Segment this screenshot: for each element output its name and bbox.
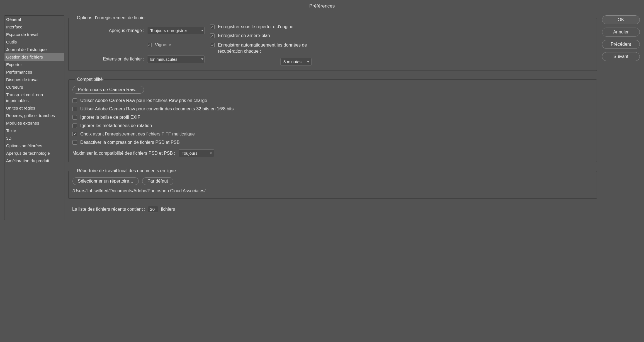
image-previews-select-wrap: Toujours enregistrer: [147, 27, 206, 34]
sidebar-item-product-improvement[interactable]: Amélioration du produit: [4, 157, 64, 164]
camera-raw-prefs-button[interactable]: Préférences de Camera Raw...: [72, 86, 144, 94]
tiff-multilayer-label: Choix avant l'enregistrement des fichier…: [80, 132, 195, 137]
workdir-path: /Users/liabiwilfried/Documents/Adobe/Pho…: [72, 188, 593, 193]
sidebar-item-plugins[interactable]: Modules externes: [4, 119, 64, 127]
disable-psd-compression-checkbox[interactable]: [72, 140, 77, 145]
sidebar-item-scratch-disks[interactable]: Disques de travail: [4, 76, 64, 83]
acr-32bit-checkbox[interactable]: [72, 107, 77, 111]
maximize-compat-label: Maximiser la compatibilité des fichiers …: [72, 151, 175, 156]
thumbnail-label: Vignette: [155, 42, 171, 47]
workdir-fieldset: Répertoire de travail local des document…: [68, 168, 597, 199]
auto-save-interval-wrap: 5 minutes: [280, 58, 312, 66]
preferences-dialog: Préférences Général Interface Espace de …: [0, 0, 644, 342]
sidebar-item-type[interactable]: Texte: [4, 127, 64, 134]
ignore-exif-label: Ignorer la balise de profil EXIF: [80, 115, 140, 120]
main-area: Options d'enregistrement de fichier Aper…: [68, 15, 640, 338]
dialog-title: Préférences: [0, 0, 644, 12]
sidebar-item-interface[interactable]: Interface: [4, 23, 64, 31]
ignore-exif-checkbox[interactable]: [72, 115, 77, 120]
next-button[interactable]: Suivant: [602, 52, 640, 61]
sidebar-item-3d[interactable]: 3D: [4, 134, 64, 142]
sidebar-item-general[interactable]: Général: [4, 16, 64, 23]
compatibility-legend: Compatibilité: [75, 77, 104, 82]
dialog-action-buttons: OK Annuler Précédent Suivant: [602, 15, 640, 338]
sidebar-item-workspace[interactable]: Espace de travail: [4, 31, 64, 38]
save-original-folder-label: Enregistrer sous le répertoire d'origine: [218, 24, 293, 29]
maximize-compat-select[interactable]: Toujours: [179, 149, 214, 157]
acr-32bit-label: Utiliser Adobe Camera Raw pour convertir…: [80, 106, 234, 111]
ok-button[interactable]: OK: [602, 15, 640, 24]
ignore-rotation-checkbox[interactable]: [72, 123, 77, 128]
extension-label: Extension de fichier :: [72, 57, 147, 62]
acr-supported-label: Utiliser Adobe Camera Raw pour les fichi…: [80, 98, 207, 103]
tiff-multilayer-checkbox[interactable]: [72, 132, 77, 136]
recent-files-suffix: fichiers: [161, 207, 175, 212]
ignore-rotation-label: Ignorer les métadonnées de rotation: [80, 123, 152, 128]
recent-files-row: La liste des fichiers récents contient :…: [68, 206, 597, 212]
save-original-folder-checkbox[interactable]: [210, 25, 215, 29]
recent-files-input[interactable]: [148, 206, 158, 212]
sidebar-item-export[interactable]: Exporter: [4, 61, 64, 68]
sidebar-item-tech-previews[interactable]: Aperçus de technologie: [4, 149, 64, 157]
save-options-fieldset: Options d'enregistrement de fichier Aper…: [68, 15, 597, 71]
select-directory-button[interactable]: Sélectionner un répertoire…: [72, 177, 139, 185]
auto-save-interval-select[interactable]: 5 minutes: [280, 58, 312, 66]
thumbnail-checkbox[interactable]: [147, 43, 152, 47]
sidebar-item-performance[interactable]: Performances: [4, 68, 64, 76]
sidebar-item-tools[interactable]: Outils: [4, 38, 64, 46]
save-background-label: Enregistrer en arrière-plan: [218, 33, 270, 38]
sidebar-item-guides-grid[interactable]: Repères, grille et tranches: [4, 112, 64, 119]
compatibility-fieldset: Compatibilité Préférences de Camera Raw.…: [68, 77, 597, 162]
extension-select[interactable]: En minuscules: [147, 55, 205, 63]
image-previews-label: Aperçus d'image :: [72, 28, 147, 33]
category-sidebar: Général Interface Espace de travail Outi…: [4, 15, 64, 220]
sidebar-item-cursors[interactable]: Curseurs: [4, 83, 64, 91]
sidebar-item-units-rulers[interactable]: Unités et règles: [4, 104, 64, 112]
extension-select-wrap: En minuscules: [147, 55, 206, 63]
auto-save-checkbox[interactable]: [210, 43, 215, 47]
cancel-button[interactable]: Annuler: [602, 28, 640, 37]
save-background-checkbox[interactable]: [210, 33, 215, 38]
sidebar-item-file-handling[interactable]: Gestion des fichiers: [4, 53, 64, 61]
content-panel: Options d'enregistrement de fichier Aper…: [68, 15, 597, 338]
recent-files-label: La liste des fichiers récents contient :: [72, 207, 145, 212]
sidebar-item-transparency[interactable]: Transp. et coul. non imprimables: [4, 91, 64, 104]
workdir-legend: Répertoire de travail local des document…: [75, 168, 178, 173]
disable-psd-compression-label: Désactiver la compression de fichiers PS…: [80, 140, 180, 145]
save-options-legend: Options d'enregistrement de fichier: [75, 15, 148, 20]
maximize-compat-select-wrap: Toujours: [179, 149, 214, 157]
acr-supported-checkbox[interactable]: [72, 98, 77, 103]
prev-button[interactable]: Précédent: [602, 40, 640, 49]
dialog-body: Général Interface Espace de travail Outi…: [0, 12, 644, 342]
image-previews-select[interactable]: Toujours enregistrer: [147, 27, 205, 34]
default-directory-button[interactable]: Par défaut: [142, 177, 173, 185]
auto-save-label: Enregistrer automatiquement les données …: [218, 42, 313, 54]
sidebar-item-history-log[interactable]: Journal de l'historique: [4, 46, 64, 53]
sidebar-item-enhanced[interactable]: Options améliorées: [4, 142, 64, 149]
